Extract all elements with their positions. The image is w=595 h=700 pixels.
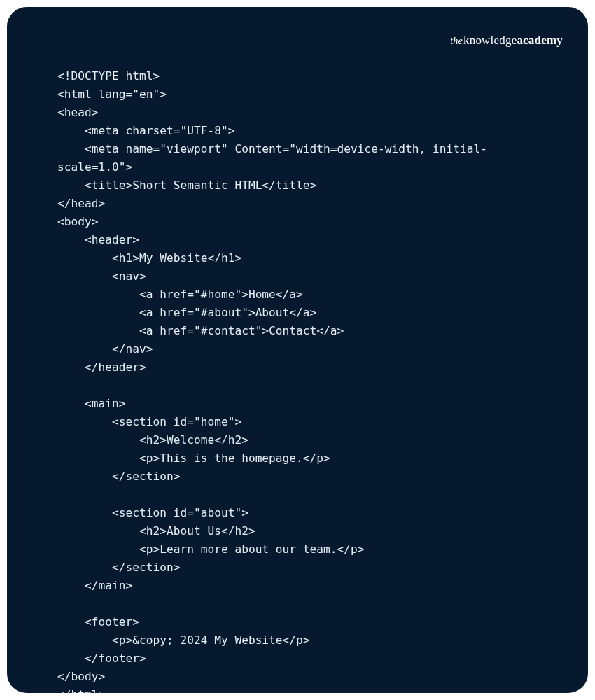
code-line: <html lang="en"> bbox=[57, 88, 167, 101]
code-line: <h2>About Us</h2> bbox=[57, 524, 255, 538]
code-line: <meta charset="UTF-8"> bbox=[57, 124, 234, 137]
code-line: scale=1.0"> bbox=[57, 160, 132, 174]
code-line: <body> bbox=[57, 215, 98, 228]
brand-logo: theknowledgeacademy bbox=[450, 34, 563, 48]
code-line: <footer> bbox=[57, 615, 139, 629]
code-line: <a href="#home">Home</a> bbox=[57, 288, 303, 301]
code-line: <h1>My Website</h1> bbox=[57, 251, 241, 265]
code-line: <h2>Welcome</h2> bbox=[57, 433, 248, 447]
code-line: <section id="about"> bbox=[57, 506, 248, 519]
brand-the: the bbox=[450, 36, 463, 46]
code-line: <p>&copy; 2024 My Website</p> bbox=[57, 634, 310, 647]
code-line: </head> bbox=[57, 197, 105, 210]
code-line: </section> bbox=[57, 561, 180, 574]
code-line: </header> bbox=[57, 360, 146, 374]
code-line: </main> bbox=[57, 579, 132, 592]
code-line: <!DOCTYPE html> bbox=[57, 69, 160, 83]
code-line: <title>Short Semantic HTML</title> bbox=[57, 178, 316, 192]
code-line: <head> bbox=[57, 106, 98, 119]
brand-academy: academy bbox=[517, 34, 563, 47]
code-line: </nav> bbox=[57, 342, 153, 356]
code-line: <meta name="viewport" Content="width=dev… bbox=[57, 142, 487, 155]
code-line: </body> bbox=[57, 670, 105, 683]
brand-knowledge: knowledge bbox=[463, 34, 517, 47]
code-line: </footer> bbox=[57, 652, 146, 665]
code-line: <a href="#contact">Contact</a> bbox=[57, 324, 344, 337]
code-block: <!DOCTYPE html> <html lang="en"> <head> … bbox=[57, 67, 560, 693]
code-line: </section> bbox=[57, 470, 180, 483]
code-card: theknowledgeacademy <!DOCTYPE html> <htm… bbox=[7, 7, 588, 693]
code-line: <p>Learn more about our team.</p> bbox=[57, 542, 365, 556]
code-line: <main> bbox=[57, 397, 125, 410]
code-line: <nav> bbox=[57, 270, 146, 283]
code-line: <p>This is the homepage.</p> bbox=[57, 451, 330, 465]
code-line: <a href="#about">About</a> bbox=[57, 306, 316, 319]
code-line: <header> bbox=[57, 233, 139, 246]
code-line: <section id="home"> bbox=[57, 415, 241, 428]
code-line: </html> bbox=[57, 688, 105, 693]
